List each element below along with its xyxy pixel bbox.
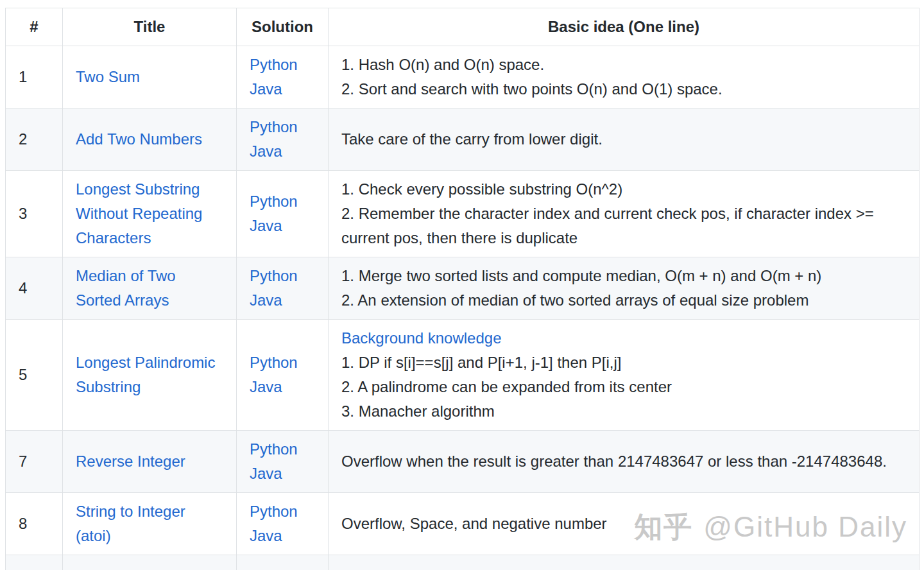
solution-links-cell: Python Java (237, 320, 329, 431)
solution-link-python[interactable]: Python (250, 354, 298, 371)
problem-title-link[interactable]: Two Sum (76, 68, 140, 85)
problem-number: 4 (6, 257, 63, 320)
idea-line: Overflow, Space, and negative number (341, 512, 906, 536)
solution-link-python[interactable]: Python (250, 440, 298, 458)
solution-link-java[interactable]: Java (250, 217, 282, 234)
basic-idea-cell: Background knowledge1. DP if s[i]==s[j] … (329, 320, 920, 431)
problem-title-link[interactable]: Add Two Numbers (76, 130, 202, 148)
column-header-solution: Solution (237, 8, 329, 46)
column-header-title: Title (63, 8, 237, 46)
solution-link-java[interactable]: Java (250, 378, 282, 395)
problem-title-cell: Add Two Numbers (63, 108, 237, 171)
basic-idea-cell: Overflow, Space, and negative number (329, 493, 920, 555)
solution-links-cell: Python Java (237, 108, 329, 171)
problem-number: 7 (6, 431, 63, 493)
table-header: # Title Solution Basic idea (One line) (6, 8, 920, 46)
table-row: 8 String to Integer (atoi) Python Java O… (6, 493, 920, 555)
solution-link-python[interactable]: Python (250, 118, 298, 135)
table-body: 1 Two Sum Python Java 1. Hash O(n) and O… (6, 46, 920, 555)
partial-cell (63, 555, 237, 570)
problem-number: 3 (6, 171, 63, 257)
idea-line: Take care of the carry from lower digit. (341, 127, 906, 151)
background-knowledge-link[interactable]: Background knowledge (341, 329, 502, 347)
column-header-number: # (6, 8, 63, 46)
idea-line: 2. A palindrome can be expanded from its… (341, 375, 906, 399)
solution-link-python[interactable]: Python (250, 267, 298, 284)
solution-link-java[interactable]: Java (250, 142, 282, 160)
table-row: 7 Reverse Integer Python Java Overflow w… (6, 431, 920, 493)
problems-table: # Title Solution Basic idea (One line) 1… (5, 8, 920, 570)
solution-link-python[interactable]: Python (250, 56, 298, 73)
basic-idea-cell: Overflow when the result is greater than… (329, 431, 920, 493)
idea-line: 1. DP if s[i]==s[j] and P[i+1, j-1] then… (341, 350, 906, 375)
solution-links-cell: Python Java (237, 257, 329, 320)
table-row: 1 Two Sum Python Java 1. Hash O(n) and O… (6, 46, 920, 108)
problem-title-link[interactable]: String to Integer (atoi) (76, 503, 185, 544)
problem-title-link[interactable]: Median of Two Sorted Arrays (76, 267, 176, 309)
table-row: 4 Median of Two Sorted Arrays Python Jav… (6, 257, 920, 320)
idea-line: 2. Remember the character index and curr… (341, 202, 906, 250)
solution-link-java[interactable]: Java (250, 291, 282, 309)
partial-cell (6, 555, 63, 570)
idea-line: 1. Merge two sorted lists and compute me… (341, 264, 906, 288)
problem-title-cell: String to Integer (atoi) (63, 493, 237, 555)
solution-link-java[interactable]: Java (250, 527, 282, 544)
problem-number: 8 (6, 493, 63, 555)
problem-title-cell: Two Sum (63, 46, 237, 108)
problem-number: 5 (6, 320, 63, 431)
solution-links-cell: Python Java (237, 431, 329, 493)
problem-title-link[interactable]: Longest Palindromic Substring (76, 354, 215, 395)
table-row-partial (6, 555, 920, 570)
header-row: # Title Solution Basic idea (One line) (6, 8, 920, 46)
solution-links-cell: Python Java (237, 493, 329, 555)
idea-line: 3. Manacher algorithm (341, 399, 906, 424)
solution-links-cell: Python Java (237, 171, 329, 257)
basic-idea-cell: Take care of the carry from lower digit. (329, 108, 920, 171)
page: # Title Solution Basic idea (One line) 1… (0, 0, 924, 570)
idea-line: 1. Hash O(n) and O(n) space. (341, 53, 906, 77)
basic-idea-cell: 1. Check every possible substring O(n^2)… (329, 171, 920, 257)
problem-title-cell: Median of Two Sorted Arrays (63, 257, 237, 320)
partial-cell (329, 555, 920, 570)
table-row: 2 Add Two Numbers Python Java Take care … (6, 108, 920, 171)
table-row: 5 Longest Palindromic Substring Python J… (6, 320, 920, 431)
idea-line: 1. Check every possible substring O(n^2) (341, 177, 906, 202)
problem-title-link[interactable]: Reverse Integer (76, 453, 185, 470)
problem-number: 2 (6, 108, 63, 171)
partial-cell (237, 555, 329, 570)
basic-idea-cell: 1. Merge two sorted lists and compute me… (329, 257, 920, 320)
column-header-idea: Basic idea (One line) (329, 8, 920, 46)
solution-link-java[interactable]: Java (250, 465, 282, 482)
problem-title-cell: Longest Palindromic Substring (63, 320, 237, 431)
problem-title-link[interactable]: Longest Substring Without Repeating Char… (76, 180, 202, 246)
partial-row-container (6, 555, 920, 570)
solution-link-java[interactable]: Java (250, 80, 282, 98)
solution-links-cell: Python Java (237, 46, 329, 108)
idea-line: Overflow when the result is greater than… (341, 449, 906, 474)
idea-link-line: Background knowledge (341, 326, 906, 350)
table-row: 3 Longest Substring Without Repeating Ch… (6, 171, 920, 257)
idea-line: 2. Sort and search with two points O(n) … (341, 77, 906, 101)
problem-number: 1 (6, 46, 63, 108)
idea-line: 2. An extension of median of two sorted … (341, 288, 906, 313)
problem-title-cell: Reverse Integer (63, 431, 237, 493)
solution-link-python[interactable]: Python (250, 193, 298, 210)
solution-link-python[interactable]: Python (250, 503, 298, 520)
basic-idea-cell: 1. Hash O(n) and O(n) space.2. Sort and … (329, 46, 920, 108)
problem-title-cell: Longest Substring Without Repeating Char… (63, 171, 237, 257)
